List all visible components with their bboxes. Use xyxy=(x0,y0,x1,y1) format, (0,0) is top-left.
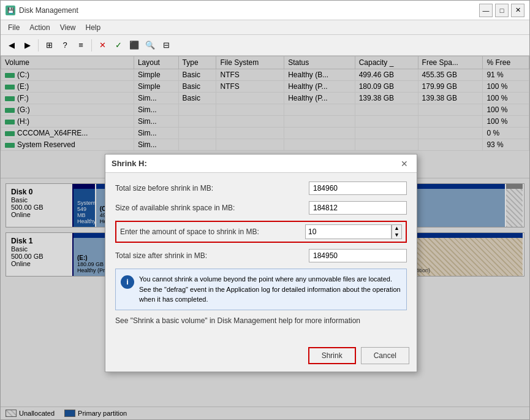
total-after-label: Total size after shrink in MB: xyxy=(115,251,309,260)
total-before-input xyxy=(309,181,407,195)
spinner-down-button[interactable]: ▼ xyxy=(392,232,401,239)
search-button[interactable]: 🔍 xyxy=(143,38,157,53)
total-after-row: Total size after shrink in MB: xyxy=(115,249,407,262)
menu-help[interactable]: Help xyxy=(81,22,106,33)
menu-file[interactable]: File xyxy=(3,22,25,33)
available-input xyxy=(309,201,407,215)
help-text: See "Shrink a basic volume" in Disk Mana… xyxy=(115,316,407,325)
enter-amount-label: Enter the amount of space to shrink in M… xyxy=(120,227,305,236)
available-row: Size of available shrink space in MB: xyxy=(115,201,407,215)
shrink-dialog: Shrink H: ✕ Total size before shrink in … xyxy=(105,154,417,372)
info-box: i You cannot shrink a volume beyond the … xyxy=(115,269,407,310)
grid-button[interactable]: ⊞ xyxy=(42,38,56,53)
menu-action[interactable]: Action xyxy=(25,22,55,33)
spinner-controls: ▲ ▼ xyxy=(391,224,402,239)
modal-footer: Shrink Cancel xyxy=(105,342,417,372)
modal-title-text: Shrink H: xyxy=(112,159,147,168)
list-button[interactable]: ≡ xyxy=(74,38,88,53)
shrink-button[interactable]: Shrink xyxy=(308,347,356,364)
delete-button[interactable]: ✕ xyxy=(95,38,110,53)
back-button[interactable]: ◀ xyxy=(4,38,19,53)
cancel-button[interactable]: Cancel xyxy=(361,347,409,364)
title-bar: 💾 Disk Management — □ ✕ xyxy=(1,1,529,20)
minimize-button[interactable]: — xyxy=(479,4,493,17)
total-after-input xyxy=(309,249,407,262)
stop-button[interactable]: ⬛ xyxy=(127,38,142,53)
main-window: 💾 Disk Management — □ ✕ File Action View… xyxy=(0,0,530,420)
app-icon: 💾 xyxy=(6,6,15,15)
menu-bar: File Action View Help xyxy=(1,20,529,35)
info-text: You cannot shrink a volume beyond the po… xyxy=(139,274,401,305)
menu-view[interactable]: View xyxy=(55,22,81,33)
check-button[interactable]: ✓ xyxy=(111,38,126,53)
main-content: Volume Layout Type File System Status Ca… xyxy=(1,56,529,419)
spinner-up-button[interactable]: ▲ xyxy=(392,225,401,232)
modal-overlay: Shrink H: ✕ Total size before shrink in … xyxy=(1,56,529,419)
title-bar-left: 💾 Disk Management xyxy=(6,6,78,15)
close-button[interactable]: ✕ xyxy=(511,4,524,17)
help-button[interactable]: ? xyxy=(58,38,72,53)
info-icon: i xyxy=(121,275,134,289)
toolbar: ◀ ▶ ⊞ ? ≡ ✕ ✓ ⬛ 🔍 ⊟ xyxy=(1,35,529,56)
title-bar-controls: — □ ✕ xyxy=(479,4,524,17)
modal-body: Total size before shrink in MB: Size of … xyxy=(105,173,417,342)
toolbar-separator-2 xyxy=(91,39,92,52)
minus-button[interactable]: ⊟ xyxy=(159,38,173,53)
enter-amount-spinner-wrap: ▲ ▼ xyxy=(305,224,402,239)
toolbar-separator-1 xyxy=(38,39,39,52)
window-title: Disk Management xyxy=(19,6,78,15)
modal-title-bar: Shrink H: ✕ xyxy=(105,155,417,173)
total-before-label: Total size before shrink in MB: xyxy=(115,184,309,193)
total-before-row: Total size before shrink in MB: xyxy=(115,181,407,195)
enter-amount-input[interactable] xyxy=(305,224,391,239)
forward-button[interactable]: ▶ xyxy=(20,38,35,53)
enter-amount-row: Enter the amount of space to shrink in M… xyxy=(115,221,407,243)
available-label: Size of available shrink space in MB: xyxy=(115,204,309,212)
maximize-button[interactable]: □ xyxy=(495,4,509,17)
modal-close-button[interactable]: ✕ xyxy=(398,158,411,170)
